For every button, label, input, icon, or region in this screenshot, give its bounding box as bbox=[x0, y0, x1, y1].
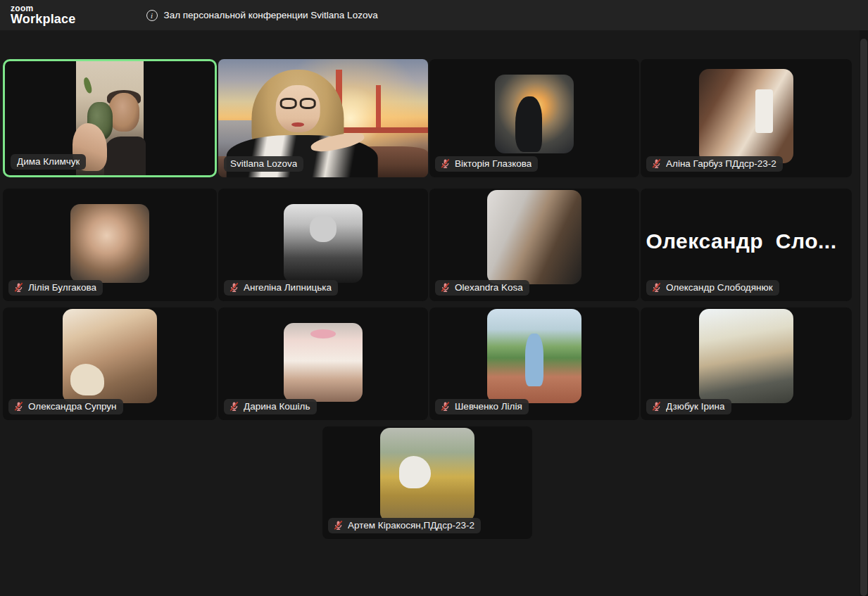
participant-name-label: Olexandra Kosa bbox=[435, 280, 529, 296]
avatar-image bbox=[487, 190, 581, 284]
participant-name: Olexandra Kosa bbox=[455, 282, 523, 293]
participant-name-label: Дима Климчук bbox=[11, 154, 86, 170]
participant-name-label: Svitlana Lozova bbox=[224, 156, 303, 172]
participant-tile-anhelina-lypnytska[interactable]: Ангеліна Липницька bbox=[218, 189, 428, 301]
participant-tile-alina-harbuz[interactable]: Аліна Гарбуз ПДдср-23-2 bbox=[641, 59, 852, 177]
participant-name: Вікторія Глазкова bbox=[455, 158, 532, 169]
participant-name: Дарина Кошіль bbox=[244, 401, 310, 412]
mic-muted-icon bbox=[651, 282, 662, 293]
mic-muted-icon bbox=[651, 401, 662, 412]
mic-muted-icon bbox=[440, 401, 451, 412]
avatar-image bbox=[699, 69, 793, 163]
scrollbar-track[interactable] bbox=[860, 30, 868, 596]
participant-name: Лілія Булгакова bbox=[28, 282, 96, 293]
participant-name-label: Дарина Кошіль bbox=[224, 399, 317, 414]
participant-name: Олександр Слободянюк bbox=[666, 282, 773, 293]
participant-name-label: Ангеліна Липницька bbox=[224, 280, 338, 296]
participant-name: Артем Кіракосян,ПДдср-23-2 bbox=[348, 520, 474, 531]
participant-name-label: Дзюбук Ірина bbox=[646, 399, 731, 414]
mic-muted-icon bbox=[440, 158, 451, 169]
mic-muted-icon bbox=[229, 401, 239, 412]
participant-tile-oleksandra-suprun[interactable]: Олександра Супрун bbox=[3, 307, 217, 420]
mic-muted-icon bbox=[651, 158, 662, 169]
mic-muted-icon bbox=[440, 282, 451, 293]
mic-muted-icon bbox=[13, 282, 24, 293]
avatar-image bbox=[495, 75, 574, 153]
participant-name: Аліна Гарбуз ПДдср-23-2 bbox=[666, 158, 776, 169]
meeting-info-icon[interactable]: i bbox=[146, 10, 158, 21]
avatar-image bbox=[284, 323, 363, 402]
participant-tile-olexandra-kosa[interactable]: Olexandra Kosa bbox=[429, 189, 639, 301]
participant-name-label: Вікторія Глазкова bbox=[435, 156, 538, 172]
participant-name: Шевченко Лілія bbox=[455, 401, 522, 412]
avatar-image bbox=[70, 204, 149, 283]
participant-name-label: Аліна Гарбуз ПДдср-23-2 bbox=[646, 156, 783, 172]
zoom-workplace-logo: zoom Workplace bbox=[11, 4, 76, 26]
participant-name-label: Артем Кіракосян,ПДдср-23-2 bbox=[328, 518, 481, 533]
avatar-image bbox=[380, 428, 474, 522]
logo-workplace-text: Workplace bbox=[11, 13, 76, 25]
participant-name-label: Шевченко Лілія bbox=[435, 399, 529, 414]
participant-name: Ангеліна Липницька bbox=[244, 282, 332, 293]
participant-name-label: Олександра Супрун bbox=[8, 399, 123, 414]
participant-display-name-text: Олександр Сло... bbox=[641, 229, 842, 253]
top-bar: zoom Workplace i Зал персональной конфер… bbox=[0, 0, 868, 30]
meeting-title: Зал персональной конференции Svitlana Lo… bbox=[164, 10, 378, 20]
participant-tile-liliia-bulhakova[interactable]: Лілія Булгакова bbox=[3, 189, 217, 301]
participant-name: Дима Климчук bbox=[17, 156, 80, 167]
participant-tile-dziubuk-iryna[interactable]: Дзюбук Ірина bbox=[641, 307, 852, 420]
participant-tile-daryna-koshil[interactable]: Дарина Кошіль bbox=[218, 307, 428, 420]
scrollbar-thumb[interactable] bbox=[860, 39, 867, 596]
mic-muted-icon bbox=[333, 520, 344, 531]
avatar-image bbox=[487, 309, 581, 403]
mic-muted-icon bbox=[13, 401, 24, 412]
participant-tile-dyma-klymchuk[interactable]: Дима Климчук bbox=[3, 59, 217, 177]
avatar-image bbox=[284, 204, 363, 283]
participant-tile-svitlana-lozova[interactable]: Svitlana Lozova bbox=[218, 59, 428, 177]
avatar-image bbox=[699, 309, 793, 403]
vertical-video-strip bbox=[76, 61, 143, 175]
participant-name-label: Лілія Булгакова bbox=[8, 280, 103, 296]
gallery-view: Дима Климчук Svitlana Lozova Вікторія Гл… bbox=[0, 30, 868, 596]
avatar-image bbox=[63, 309, 157, 403]
participant-tile-artem-kirakosian[interactable]: Артем Кіракосян,ПДдср-23-2 bbox=[322, 426, 532, 539]
participant-name: Svitlana Lozova bbox=[230, 158, 297, 169]
participant-name-label: Олександр Слободянюк bbox=[646, 280, 779, 296]
participant-tile-shevchenko-liliia[interactable]: Шевченко Лілія bbox=[429, 307, 639, 420]
participant-name: Олександра Супрун bbox=[28, 401, 117, 412]
participant-name: Дзюбук Ірина bbox=[666, 401, 725, 412]
participant-tile-oleksandr-slobodianiuk[interactable]: Олександр Сло... Олександр Слободянюк bbox=[641, 189, 852, 301]
mic-muted-icon bbox=[229, 282, 239, 293]
participant-tile-viktoriia-hlazkova[interactable]: Вікторія Глазкова bbox=[429, 59, 639, 177]
